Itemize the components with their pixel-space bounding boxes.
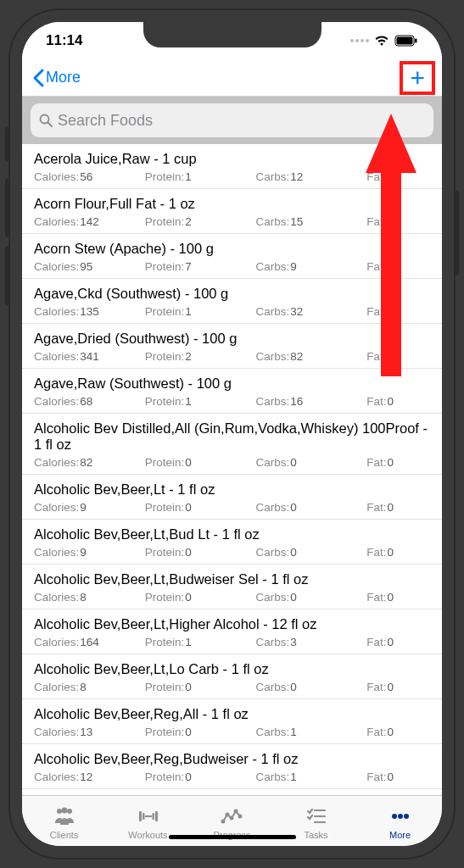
battery-icon (394, 35, 418, 47)
food-row[interactable]: Alcoholic Bev,Beer,Lt,Bud Lt - 1 fl ozCa… (22, 520, 442, 565)
svg-point-23 (404, 814, 409, 819)
tab-label: Clients (50, 830, 79, 840)
food-title: Agave,Ckd (Southwest) - 100 g (34, 286, 430, 302)
food-stats: Calories:68Protein:1Carbs:16Fat:0 (34, 395, 430, 408)
clients-icon (53, 806, 76, 828)
food-title: Alcoholic Bev Distilled,All (Gin,Rum,Vod… (34, 420, 430, 453)
tab-label: Tasks (304, 830, 327, 840)
wifi-icon (374, 35, 389, 47)
food-row[interactable]: Alcoholic Bev Distilled,All (Gin,Rum,Vod… (22, 414, 442, 475)
food-stats: Calories:8Protein:0Carbs:0Fat:0 (34, 591, 430, 604)
svg-point-14 (226, 813, 228, 815)
food-row[interactable]: Alcoholic Bev,Creme De Menthe,72 Proof -… (22, 789, 442, 795)
food-stats: Calories:9Protein:0Carbs:0Fat:0 (34, 546, 430, 559)
search-input[interactable]: Search Foods (31, 103, 433, 137)
svg-point-5 (57, 809, 62, 814)
food-stats: Calories:95Protein:7Carbs:9Fat:3 (34, 260, 430, 273)
tab-label: Workouts (128, 830, 167, 840)
search-icon (39, 114, 53, 127)
food-stats: Calories:82Protein:0Carbs:0Fat:0 (34, 456, 430, 469)
back-button[interactable]: More (32, 69, 81, 87)
food-stats: Calories:12Protein:0Carbs:1Fat:0 (34, 771, 430, 783)
food-row[interactable]: Alcoholic Bev,Beer,Lt,Lo Carb - 1 fl ozC… (22, 654, 442, 699)
svg-point-15 (230, 816, 232, 819)
food-row[interactable]: Agave,Raw (Southwest) - 100 gCalories:68… (22, 369, 442, 414)
food-row[interactable]: Acerola Juice,Raw - 1 cupCalories:56Prot… (22, 144, 442, 189)
status-time: 11:14 (46, 32, 82, 49)
food-title: Agave,Dried (Southwest) - 100 g (34, 331, 430, 347)
food-row[interactable]: Acorn Stew (Apache) - 100 gCalories:95Pr… (22, 234, 442, 279)
food-title: Acerola Juice,Raw - 1 cup (34, 151, 430, 167)
food-stats: Calories:8Protein:0Carbs:0Fat:0 (34, 681, 430, 693)
svg-point-21 (392, 814, 397, 819)
svg-point-13 (221, 820, 224, 822)
food-title: Alcoholic Bev,Beer,Lt,Lo Carb - 1 fl oz (34, 661, 430, 677)
chevron-left-icon (32, 69, 44, 87)
svg-point-17 (238, 815, 241, 817)
search-container: Search Foods (22, 97, 442, 144)
svg-rect-10 (145, 815, 152, 817)
home-indicator[interactable] (169, 835, 296, 839)
food-title: Alcoholic Bev,Beer,Reg,All - 1 fl oz (34, 706, 430, 722)
food-title: Acorn Stew (Apache) - 100 g (34, 241, 430, 257)
food-stats: Calories:164Protein:1Carbs:3Fat:0 (34, 636, 430, 648)
svg-rect-9 (143, 813, 145, 820)
more-icon (389, 806, 412, 828)
svg-line-4 (48, 123, 53, 127)
tab-more[interactable]: More (358, 806, 442, 840)
food-row[interactable]: Agave,Dried (Southwest) - 100 gCalories:… (22, 324, 442, 369)
svg-rect-8 (139, 811, 142, 821)
nav-bar: More + (22, 59, 442, 97)
food-title: Alcoholic Bev,Beer,Lt,Budweiser Sel - 1 … (34, 571, 430, 587)
add-button-highlight: + (400, 61, 435, 95)
food-title: Alcoholic Bev,Beer,Lt,Higher Alcohol - 1… (34, 616, 430, 632)
food-title: Agave,Raw (Southwest) - 100 g (34, 376, 430, 392)
svg-rect-2 (415, 39, 417, 43)
food-row[interactable]: Alcoholic Bev,Beer,Lt,Budweiser Sel - 1 … (22, 565, 442, 609)
food-list[interactable]: Acerola Juice,Raw - 1 cupCalories:56Prot… (22, 144, 442, 795)
svg-point-16 (234, 810, 237, 812)
food-row[interactable]: Alcoholic Bev,Beer,Reg,All - 1 fl ozCalo… (22, 699, 442, 744)
food-stats: Calories:9Protein:0Carbs:0Fat:0 (34, 501, 430, 514)
tab-label: More (389, 830, 411, 840)
food-row[interactable]: Alcoholic Bev,Beer,Reg,Budweiser - 1 fl … (22, 744, 442, 789)
food-row[interactable]: Alcoholic Bev,Beer,Lt,Higher Alcohol - 1… (22, 609, 442, 654)
svg-rect-1 (397, 37, 413, 45)
workouts-icon (137, 806, 160, 828)
back-label: More (46, 69, 81, 86)
search-placeholder: Search Foods (58, 112, 153, 130)
svg-point-6 (61, 807, 67, 813)
svg-rect-12 (155, 811, 158, 821)
food-title: Alcoholic Bev,Beer,Lt - 1 fl oz (34, 481, 430, 498)
food-stats: Calories:135Protein:1Carbs:32Fat:0 (34, 305, 430, 318)
svg-point-7 (67, 809, 72, 814)
food-title: Alcoholic Bev,Beer,Lt,Bud Lt - 1 fl oz (34, 526, 430, 542)
cellular-icon (350, 39, 369, 42)
progress-icon (221, 806, 244, 828)
add-button[interactable]: + (410, 68, 425, 88)
food-stats: Calories:341Protein:2Carbs:82Fat:1 (34, 350, 430, 363)
food-row[interactable]: Acorn Flour,Full Fat - 1 ozCalories:142P… (22, 189, 442, 234)
food-row[interactable]: Alcoholic Bev,Beer,Lt - 1 fl ozCalories:… (22, 475, 442, 520)
food-title: Acorn Flour,Full Fat - 1 oz (34, 196, 430, 212)
food-row[interactable]: Agave,Ckd (Southwest) - 100 gCalories:13… (22, 279, 442, 324)
svg-point-22 (398, 814, 403, 819)
food-stats: Calories:56Protein:1Carbs:12Fat: (34, 170, 430, 183)
food-title: Alcoholic Bev,Beer,Reg,Budweiser - 1 fl … (34, 751, 430, 767)
food-stats: Calories:142Protein:2Carbs:15Fat:0 (34, 215, 430, 228)
food-stats: Calories:13Protein:0Carbs:1Fat:0 (34, 726, 430, 738)
tab-clients[interactable]: Clients (22, 806, 106, 840)
tasks-icon (305, 806, 328, 828)
svg-rect-11 (152, 813, 154, 820)
